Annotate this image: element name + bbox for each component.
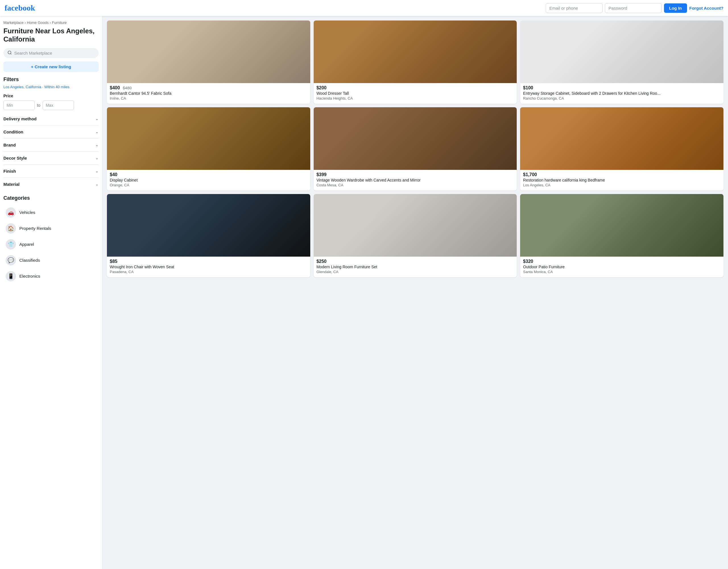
filter-label: Delivery method	[3, 116, 37, 121]
listing-image	[520, 194, 723, 256]
category-item-vehicles[interactable]: 🚗 Vehicles	[3, 204, 99, 220]
filter-label: Finish	[3, 169, 16, 173]
listing-location: Glendale, CA	[317, 270, 514, 274]
listing-image	[314, 107, 517, 170]
breadcrumb-marketplace[interactable]: Marketplace	[3, 20, 24, 25]
listing-price: $320	[523, 259, 533, 264]
filter-label: Condition	[3, 129, 23, 134]
price-to-label: to	[37, 103, 40, 107]
filter-row-brand[interactable]: Brand ⌄	[3, 138, 99, 152]
filter-row-condition[interactable]: Condition ⌄	[3, 125, 99, 138]
listing-info: $320 Outdoor Patio Furniture Santa Monic…	[520, 256, 723, 277]
listing-location: Hacienda Heights, CA	[317, 96, 514, 100]
breadcrumb-furniture: Furniture	[52, 20, 67, 25]
listing-card[interactable]: $85 Wrought Iron Chair with Woven Seat P…	[107, 194, 310, 277]
listing-title: Wrought Iron Chair with Woven Seat	[110, 264, 307, 269]
location-filter[interactable]: Los Angeles, California · Within 40 mile…	[3, 85, 99, 89]
listing-card[interactable]: $100 Entryway Storage Cabinet, Sideboard…	[520, 20, 723, 104]
listing-price: $85	[110, 259, 117, 264]
listing-title: Vintage Wooden Wardrobe with Carved Acce…	[317, 178, 514, 182]
chevron-down-icon: ⌄	[95, 129, 99, 134]
category-item-classifieds[interactable]: 💬 Classifieds	[3, 252, 99, 268]
email-phone-input[interactable]	[546, 3, 603, 13]
listing-info: $85 Wrought Iron Chair with Woven Seat P…	[107, 256, 310, 277]
listing-price-row: $85	[110, 259, 307, 264]
listing-price-row: $100	[523, 85, 721, 90]
listing-card[interactable]: $320 Outdoor Patio Furniture Santa Monic…	[520, 194, 723, 277]
listing-image	[107, 194, 310, 256]
listing-price: $40	[110, 172, 117, 177]
listing-info: $40 Display Cabinet Orange, CA	[107, 170, 310, 191]
listing-price-row: $320	[523, 259, 721, 264]
listing-info: $399 Vintage Wooden Wardrobe with Carved…	[314, 170, 517, 191]
listing-card[interactable]: $400 $480 Bernhardt Cantor 94.5' Fabric …	[107, 20, 310, 104]
price-section: Price to	[3, 94, 99, 110]
chevron-down-icon: ⌄	[95, 156, 99, 160]
main-content: $400 $480 Bernhardt Cantor 94.5' Fabric …	[102, 16, 728, 569]
price-min-input[interactable]	[3, 100, 35, 110]
category-item-property-rentals[interactable]: 🏠 Property Rentals	[3, 220, 99, 236]
listing-price-original: $480	[123, 86, 132, 90]
listing-price: $250	[317, 259, 327, 264]
svg-point-0	[8, 51, 11, 54]
listing-location: Rancho Cucamonga, CA	[523, 96, 721, 100]
category-item-apparel[interactable]: 👕 Apparel	[3, 236, 99, 252]
svg-line-1	[11, 53, 11, 54]
filter-label: Brand	[3, 142, 16, 147]
listing-location: Costa Mesa, CA	[317, 183, 514, 187]
categories-list: 🚗 Vehicles 🏠 Property Rentals 👕 Apparel …	[3, 204, 99, 284]
breadcrumb-home-goods[interactable]: Home Goods	[27, 20, 49, 25]
filter-label: Material	[3, 182, 20, 187]
listing-price-row: $200	[317, 85, 514, 90]
category-label: Classifieds	[19, 258, 40, 262]
listing-title: Entryway Storage Cabinet, Sideboard with…	[523, 91, 721, 96]
listing-card[interactable]: $40 Display Cabinet Orange, CA	[107, 107, 310, 191]
category-icon: 🏠	[6, 223, 16, 233]
listing-location: Irvine, CA	[110, 96, 307, 100]
listing-location: Santa Monica, CA	[523, 270, 721, 274]
listing-card[interactable]: $200 Wood Dresser Tall Hacienda Heights,…	[314, 20, 517, 104]
listing-image	[520, 20, 723, 83]
filters-heading: Filters	[3, 76, 99, 82]
category-label: Electronics	[19, 274, 40, 278]
listing-price: $1,700	[523, 172, 537, 177]
forgot-account-button[interactable]: Forgot Account?	[689, 6, 723, 11]
facebook-logo[interactable]: facebook	[5, 3, 35, 13]
listing-card[interactable]: $399 Vintage Wooden Wardrobe with Carved…	[314, 107, 517, 191]
listing-price: $200	[317, 85, 327, 90]
filter-row-delivery-method[interactable]: Delivery method ⌄	[3, 112, 99, 125]
listing-card[interactable]: $1,700 Restoration hardware california k…	[520, 107, 723, 191]
search-marketplace-input[interactable]	[14, 51, 95, 55]
create-listing-button[interactable]: + Create new listing	[3, 61, 99, 72]
page-layout: Marketplace › Home Goods › Furniture Fur…	[0, 16, 728, 569]
listing-image	[520, 107, 723, 170]
price-max-input[interactable]	[43, 100, 74, 110]
header-inputs: Log In Forgot Account?	[546, 3, 723, 13]
listing-title: Wood Dresser Tall	[317, 91, 514, 96]
filter-row-finish[interactable]: Finish ⌄	[3, 165, 99, 178]
category-label: Vehicles	[19, 210, 35, 215]
chevron-down-icon: ⌄	[95, 169, 99, 173]
listing-price: $399	[317, 172, 327, 177]
listings-grid: $400 $480 Bernhardt Cantor 94.5' Fabric …	[107, 20, 723, 277]
listing-card[interactable]: $250 Modern Living Room Furniture Set Gl…	[314, 194, 517, 277]
listing-title: Outdoor Patio Furniture	[523, 264, 721, 269]
listing-price: $100	[523, 85, 533, 90]
listing-info: $400 $480 Bernhardt Cantor 94.5' Fabric …	[107, 83, 310, 104]
category-icon: 💬	[6, 255, 16, 265]
filter-row-material[interactable]: Material ⌄	[3, 178, 99, 191]
category-item-electronics[interactable]: 📱 Electronics	[3, 268, 99, 284]
password-input[interactable]	[605, 3, 662, 13]
listing-price: $400	[110, 85, 120, 90]
category-icon: 📱	[6, 271, 16, 281]
listing-title: Bernhardt Cantor 94.5' Fabric Sofa	[110, 91, 307, 96]
breadcrumb: Marketplace › Home Goods › Furniture	[3, 20, 99, 25]
listing-image	[314, 20, 517, 83]
filter-rows: Delivery method ⌄ Condition ⌄ Brand ⌄ De…	[3, 112, 99, 191]
category-icon: 🚗	[6, 207, 16, 218]
price-inputs: to	[3, 100, 99, 110]
login-button[interactable]: Log In	[664, 3, 687, 13]
listing-image	[107, 20, 310, 83]
listing-info: $1,700 Restoration hardware california k…	[520, 170, 723, 191]
filter-row-decor-style[interactable]: Decor Style ⌄	[3, 152, 99, 165]
